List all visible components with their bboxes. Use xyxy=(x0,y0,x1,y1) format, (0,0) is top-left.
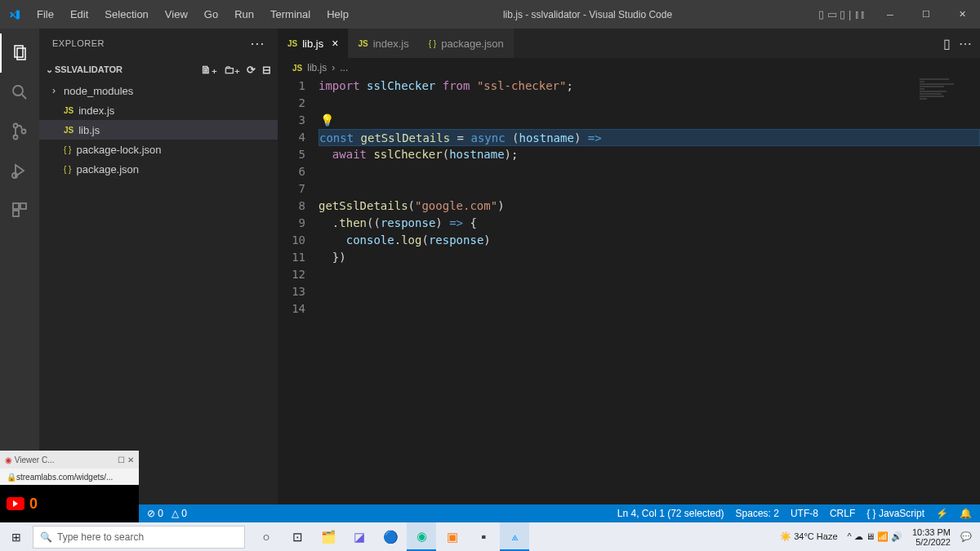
sb-item[interactable]: { } JavaScript xyxy=(866,508,924,519)
app-icon[interactable]: ◪ xyxy=(345,522,374,551)
svg-line-3 xyxy=(22,95,26,99)
title-bar: FileEditSelectionViewGoRunTerminalHelp l… xyxy=(0,0,980,29)
activity-bar xyxy=(0,29,39,504)
terminal-icon[interactable]: ▪️ xyxy=(469,522,498,551)
cortana-icon[interactable]: ⊡ xyxy=(283,522,312,551)
svg-point-5 xyxy=(14,136,18,140)
menu-edit[interactable]: Edit xyxy=(62,8,96,20)
chrome-icon[interactable]: 🔵 xyxy=(376,522,405,551)
folder-header[interactable]: ⌄ SSLVALIDATOR 🗎₊ 🗀₊ ⟳ ⊟ xyxy=(39,58,278,81)
notifications-icon[interactable]: 💬 xyxy=(960,531,972,542)
code-editor[interactable]: 1234567891011121314 import sslChecker fr… xyxy=(278,78,980,504)
sb-item[interactable]: UTF-8 xyxy=(791,508,818,519)
browser-overlay: ◉ Viewer C... ☐ ✕ 🔒 streamlabs.com/widge… xyxy=(0,451,139,522)
menu-file[interactable]: File xyxy=(29,8,62,20)
menu-run[interactable]: Run xyxy=(226,8,262,20)
sb-item[interactable]: 🔔 xyxy=(960,508,972,519)
menu-bar: FileEditSelectionViewGoRunTerminalHelp xyxy=(29,8,357,20)
search-icon[interactable] xyxy=(0,73,39,112)
svg-point-2 xyxy=(13,86,23,96)
explorer-icon[interactable] xyxy=(0,33,39,73)
sb-item[interactable]: △ 0 xyxy=(172,508,187,519)
explorer-taskbar-icon[interactable]: 🗂️ xyxy=(314,522,343,551)
file-package-lock.json[interactable]: { }package-lock.json xyxy=(39,140,278,159)
weather-widget[interactable]: ☀️ 34°C Haze xyxy=(780,531,837,542)
sb-item[interactable]: Spaces: 2 xyxy=(736,508,779,519)
close-button[interactable]: ✕ xyxy=(944,0,980,29)
split-editor-icon[interactable]: ▯ xyxy=(943,36,951,51)
vscode-logo-icon xyxy=(0,8,29,21)
lightbulb-icon[interactable]: 💡 xyxy=(320,112,334,129)
maximize-button[interactable]: ☐ xyxy=(908,0,944,29)
taskbar-search[interactable]: 🔍 Type here to search xyxy=(33,526,245,549)
editor-layout-icons[interactable]: ▯ ▭ ▯ | ⫿⫿ xyxy=(818,8,872,20)
menu-terminal[interactable]: Terminal xyxy=(262,8,318,20)
menu-go[interactable]: Go xyxy=(196,8,226,20)
svg-point-4 xyxy=(14,124,18,128)
menu-selection[interactable]: Selection xyxy=(96,8,156,20)
sb-item[interactable]: CRLF xyxy=(830,508,855,519)
file-package.json[interactable]: { }package.json xyxy=(39,159,278,179)
svg-rect-1 xyxy=(17,48,25,60)
overlay-url-bar[interactable]: 🔒 streamlabs.com/widgets/... xyxy=(0,469,139,485)
refresh-icon[interactable]: ⟳ xyxy=(247,64,256,76)
clock[interactable]: 10:33 PM 5/2/2022 xyxy=(912,527,951,547)
tab-index.js[interactable]: JSindex.js xyxy=(348,29,418,58)
svg-rect-11 xyxy=(13,211,19,216)
sb-item[interactable]: Ln 4, Col 1 (72 selected) xyxy=(617,508,724,519)
file-node_modules[interactable]: › node_modules xyxy=(39,81,278,100)
tab-lib.js[interactable]: JSlib.js× xyxy=(278,29,348,58)
sb-item[interactable]: ⚡ xyxy=(936,508,948,519)
menu-view[interactable]: View xyxy=(157,8,196,20)
breadcrumb[interactable]: JS lib.js › ... xyxy=(278,58,980,78)
new-folder-icon[interactable]: 🗀₊ xyxy=(224,64,240,76)
chevron-down-icon: ⌄ xyxy=(46,64,53,75)
svg-rect-10 xyxy=(20,203,26,209)
window-title: lib.js - sslvalidator - Visual Studio Co… xyxy=(357,9,818,20)
overlay-tab[interactable]: ◉ Viewer C... ☐ ✕ xyxy=(0,451,139,469)
extensions-icon[interactable] xyxy=(0,190,39,229)
svg-point-8 xyxy=(12,173,17,178)
vscode-taskbar-icon[interactable]: ⟁ xyxy=(500,522,529,551)
minimap[interactable] xyxy=(920,78,969,159)
task-view-icon[interactable]: ○ xyxy=(252,522,281,551)
close-tab-icon[interactable]: × xyxy=(328,37,338,50)
tab-package.json[interactable]: { }package.json xyxy=(419,29,514,58)
youtube-icon xyxy=(7,497,24,510)
js-icon: JS xyxy=(292,64,302,73)
tray-icons[interactable]: ^ ☁ 🖥 📶 🔊 xyxy=(848,531,902,542)
status-bar: ⊘ 0△ 0 Ln 4, Col 1 (72 selected)Spaces: … xyxy=(139,504,980,522)
more-actions-icon[interactable]: ⋯ xyxy=(959,36,972,51)
run-debug-icon[interactable] xyxy=(0,151,39,190)
source-control-icon[interactable] xyxy=(0,112,39,151)
minimize-button[interactable]: ─ xyxy=(872,0,908,29)
menu-help[interactable]: Help xyxy=(318,8,357,20)
file-lib.js[interactable]: JSlib.js xyxy=(39,120,278,140)
xampp-icon[interactable]: ▣ xyxy=(438,522,467,551)
new-file-icon[interactable]: 🗎₊ xyxy=(201,64,217,76)
file-tree: › node_modulesJSindex.jsJSlib.js{ }packa… xyxy=(39,81,278,179)
editor-tabs: JSlib.js×JSindex.js{ }package.json▯⋯ xyxy=(278,29,980,58)
taskbar: ⊞ 🔍 Type here to search ○ ⊡ 🗂️ ◪ 🔵 ◉ ▣ ▪… xyxy=(0,522,980,551)
more-icon[interactable]: ⋯ xyxy=(250,34,265,52)
svg-rect-0 xyxy=(15,46,23,57)
svg-point-6 xyxy=(22,130,26,134)
collapse-icon[interactable]: ⊟ xyxy=(262,64,271,76)
sb-item[interactable]: ⊘ 0 xyxy=(147,508,163,519)
sidebar-title: EXPLORER xyxy=(52,38,105,48)
file-index.js[interactable]: JSindex.js xyxy=(39,100,278,120)
explorer-sidebar: EXPLORER ⋯ ⌄ SSLVALIDATOR 🗎₊ 🗀₊ ⟳ ⊟ › no… xyxy=(39,29,278,504)
app2-icon[interactable]: ◉ xyxy=(407,522,436,551)
start-button[interactable]: ⊞ xyxy=(0,531,33,544)
svg-rect-9 xyxy=(13,203,19,209)
